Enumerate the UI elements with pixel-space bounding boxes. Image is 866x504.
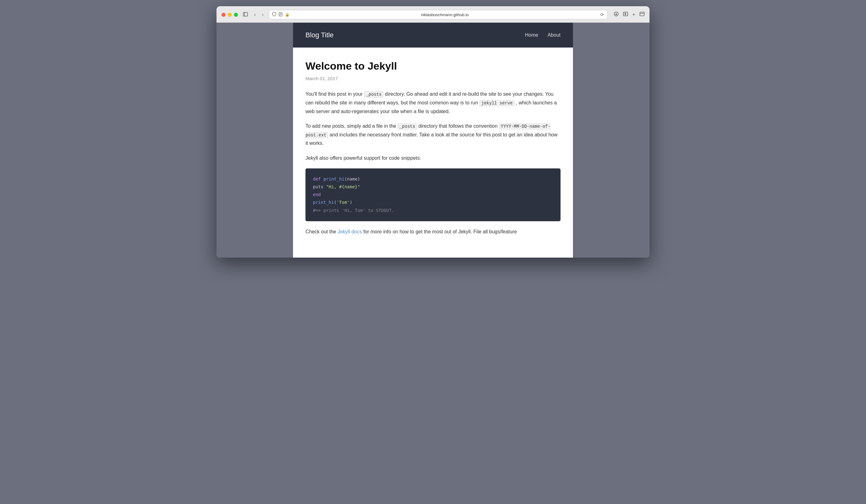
p1-code2: jekyll serve bbox=[479, 100, 514, 106]
post-paragraph-1: You'll find this post in your _posts dir… bbox=[306, 90, 560, 116]
svg-rect-10 bbox=[640, 12, 644, 16]
browser-chrome: ‹ › 🔒 ⟳ bbox=[216, 6, 650, 23]
close-button[interactable] bbox=[221, 13, 225, 17]
p2-text-end: and includes the necessary front matter.… bbox=[306, 132, 557, 146]
post-date: March 01, 2017 bbox=[306, 76, 560, 81]
jekyll-docs-link[interactable]: Jekyll docs bbox=[337, 229, 362, 234]
code-line-3: end bbox=[313, 191, 553, 198]
code-line-4: print_hi('Tom') bbox=[313, 198, 553, 206]
post-title: Welcome to Jekyll bbox=[306, 60, 560, 72]
svg-rect-0 bbox=[243, 12, 248, 16]
site-main: Welcome to Jekyll March 01, 2017 You'll … bbox=[293, 47, 573, 257]
code-line-5: #=> prints 'Hi, Tom' to STDOUT. bbox=[313, 207, 553, 214]
code-line-2: puts "Hi, #{name}" bbox=[313, 183, 553, 191]
back-button[interactable]: ‹ bbox=[253, 11, 257, 18]
p2-code1: _posts bbox=[398, 123, 417, 129]
tabs-button[interactable] bbox=[640, 12, 645, 18]
address-bar[interactable]: 🔒 ⟳ bbox=[269, 10, 608, 19]
nav-about[interactable]: About bbox=[547, 32, 560, 38]
site-header: Blog Title Home About bbox=[293, 23, 573, 47]
browser-window: ‹ › 🔒 ⟳ bbox=[216, 6, 650, 257]
p1-text-before: You'll find this post in your bbox=[306, 91, 364, 96]
shield-icon bbox=[272, 12, 276, 18]
new-tab-button[interactable]: + bbox=[632, 12, 635, 18]
share-button[interactable] bbox=[623, 11, 628, 18]
post-body: You'll find this post in your _posts dir… bbox=[306, 90, 560, 236]
site-nav: Home About bbox=[525, 32, 561, 38]
p3-text: Jekyll also offers powerful support for … bbox=[306, 156, 421, 161]
website-wrapper: Blog Title Home About Welcome to Jekyll … bbox=[216, 23, 650, 257]
p1-code1: _posts bbox=[364, 91, 383, 98]
browser-toolbar-right: + bbox=[614, 11, 645, 18]
footer-text-before: Check out the bbox=[306, 229, 337, 234]
download-button[interactable] bbox=[614, 11, 619, 18]
browser-titlebar: ‹ › 🔒 ⟳ bbox=[221, 10, 645, 19]
p2-text-middle: directory that follows the convention bbox=[418, 123, 499, 129]
post-paragraph-3: Jekyll also offers powerful support for … bbox=[306, 154, 560, 162]
footer-text-after: for more info on how to get the most out… bbox=[363, 229, 517, 234]
page-icon bbox=[279, 12, 282, 18]
p2-text-before: To add new posts, simply add a file in t… bbox=[306, 123, 398, 129]
forward-button[interactable]: › bbox=[261, 11, 265, 18]
site-container: Blog Title Home About Welcome to Jekyll … bbox=[293, 23, 573, 257]
lock-icon: 🔒 bbox=[285, 12, 290, 17]
maximize-button[interactable] bbox=[234, 13, 238, 17]
code-block-content: def print_hi(name) puts "Hi, #{name}" en… bbox=[313, 175, 553, 214]
url-input[interactable] bbox=[292, 12, 598, 17]
sidebar-toggle-button[interactable] bbox=[242, 11, 249, 18]
post-paragraph-2: To add new posts, simply add a file in t… bbox=[306, 122, 560, 148]
traffic-lights bbox=[221, 13, 238, 17]
post-footer-text: Check out the Jekyll docs for more info … bbox=[306, 228, 560, 236]
nav-home[interactable]: Home bbox=[525, 32, 539, 38]
minimize-button[interactable] bbox=[228, 13, 232, 17]
refresh-button[interactable]: ⟳ bbox=[600, 12, 604, 17]
site-title[interactable]: Blog Title bbox=[306, 31, 334, 39]
code-block: def print_hi(name) puts "Hi, #{name}" en… bbox=[306, 169, 560, 221]
code-line-1: def print_hi(name) bbox=[313, 175, 553, 183]
